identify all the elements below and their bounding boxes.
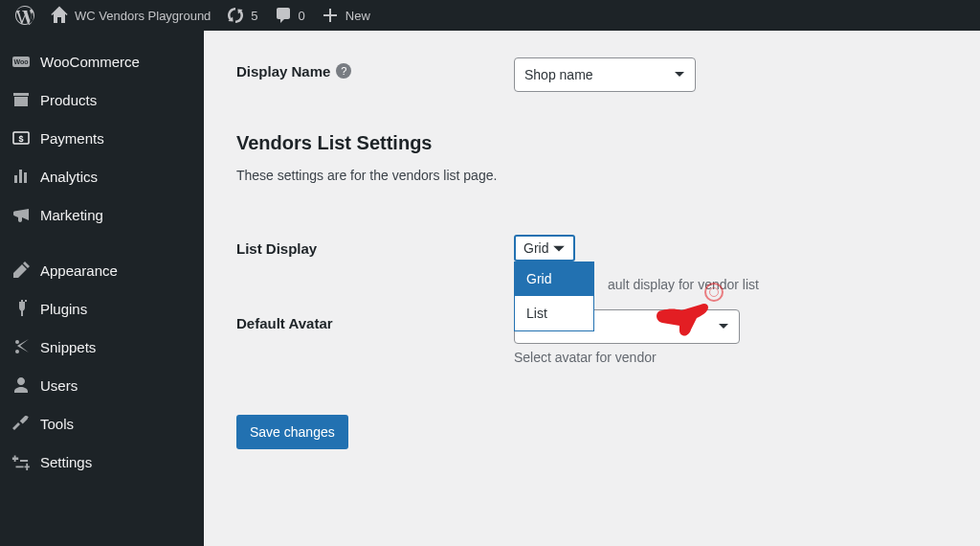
svg-text:$: $ xyxy=(18,134,23,144)
sidebar-item-label: WooCommerce xyxy=(40,54,140,70)
wordpress-icon xyxy=(15,6,34,25)
default-avatar-label: Default Avatar xyxy=(236,309,514,365)
brush-icon xyxy=(11,261,31,280)
archive-icon xyxy=(11,90,31,109)
sidebar-item-settings[interactable]: Settings xyxy=(0,443,204,481)
dropdown-option-grid[interactable]: Grid xyxy=(515,262,593,296)
plus-icon xyxy=(321,6,340,25)
chevron-down-icon xyxy=(674,67,685,82)
wp-logo-menu[interactable] xyxy=(8,0,42,31)
admin-sidebar: Woo WooCommerce Products $ Payments Anal… xyxy=(0,31,204,546)
sidebar-item-users[interactable]: Users xyxy=(0,366,204,404)
update-icon xyxy=(226,6,245,25)
sidebar-item-label: Users xyxy=(40,377,78,394)
sidebar-item-label: Plugins xyxy=(40,301,87,317)
new-content-link[interactable]: New xyxy=(313,0,378,31)
sidebar-item-marketing[interactable]: Marketing xyxy=(0,195,204,234)
list-display-desc: ault display for vendor list xyxy=(608,277,759,292)
chevron-down-icon xyxy=(718,319,729,334)
updates-count: 5 xyxy=(251,9,257,23)
help-icon[interactable]: ? xyxy=(336,63,351,79)
sidebar-item-label: Analytics xyxy=(40,169,98,185)
sidebar-item-tools[interactable]: Tools xyxy=(0,404,204,443)
display-name-select[interactable]: Shop name xyxy=(514,57,696,92)
site-name-link[interactable]: WC Vendors Playground xyxy=(42,0,218,31)
updates-link[interactable]: 5 xyxy=(218,0,265,31)
chevron-down-icon xyxy=(552,241,566,255)
payments-icon: $ xyxy=(11,128,31,148)
display-name-label: Display Name ? xyxy=(236,57,514,92)
scissors-icon xyxy=(11,337,31,356)
wrench-icon xyxy=(11,414,31,433)
sidebar-item-label: Tools xyxy=(40,416,74,432)
megaphone-icon xyxy=(11,205,31,224)
default-avatar-desc: Select avatar for vendor xyxy=(514,350,947,365)
home-icon xyxy=(50,6,69,25)
new-label: New xyxy=(345,9,370,23)
menu-separator xyxy=(0,234,204,251)
sidebar-item-label: Marketing xyxy=(40,207,103,223)
sidebar-item-label: Products xyxy=(40,92,97,108)
section-description: These settings are for the vendors list … xyxy=(236,168,947,183)
sidebar-item-label: Settings xyxy=(40,454,92,470)
plugin-icon xyxy=(11,299,31,318)
list-display-dropdown: Grid List xyxy=(514,262,594,331)
admin-bar: WC Vendors Playground 5 0 New xyxy=(0,0,980,31)
dropdown-option-list[interactable]: List xyxy=(515,296,593,330)
sidebar-item-analytics[interactable]: Analytics xyxy=(0,157,204,195)
list-display-select[interactable]: Grid xyxy=(514,235,575,262)
sidebar-item-appearance[interactable]: Appearance xyxy=(0,251,204,289)
save-button[interactable]: Save changes xyxy=(236,415,348,449)
sidebar-item-label: Appearance xyxy=(40,262,118,279)
woocommerce-icon: Woo xyxy=(11,52,31,71)
svg-text:Woo: Woo xyxy=(13,58,28,65)
comments-link[interactable]: 0 xyxy=(266,0,313,31)
sidebar-item-payments[interactable]: $ Payments xyxy=(0,119,204,157)
comment-icon xyxy=(274,6,293,25)
sidebar-item-label: Snippets xyxy=(40,339,96,355)
comments-count: 0 xyxy=(299,9,305,23)
main-content: Display Name ? Shop name Vendors List Se… xyxy=(204,31,980,546)
sidebar-item-woocommerce[interactable]: Woo WooCommerce xyxy=(0,42,204,80)
sidebar-item-snippets[interactable]: Snippets xyxy=(0,328,204,366)
list-display-label: List Display xyxy=(236,235,514,262)
user-icon xyxy=(11,375,31,395)
section-heading: Vendors List Settings xyxy=(236,132,947,154)
site-name: WC Vendors Playground xyxy=(75,9,211,23)
sidebar-item-products[interactable]: Products xyxy=(0,80,204,119)
settings-icon xyxy=(11,452,31,471)
sidebar-item-label: Payments xyxy=(40,130,104,147)
analytics-icon xyxy=(11,167,31,186)
sidebar-item-plugins[interactable]: Plugins xyxy=(0,289,204,328)
